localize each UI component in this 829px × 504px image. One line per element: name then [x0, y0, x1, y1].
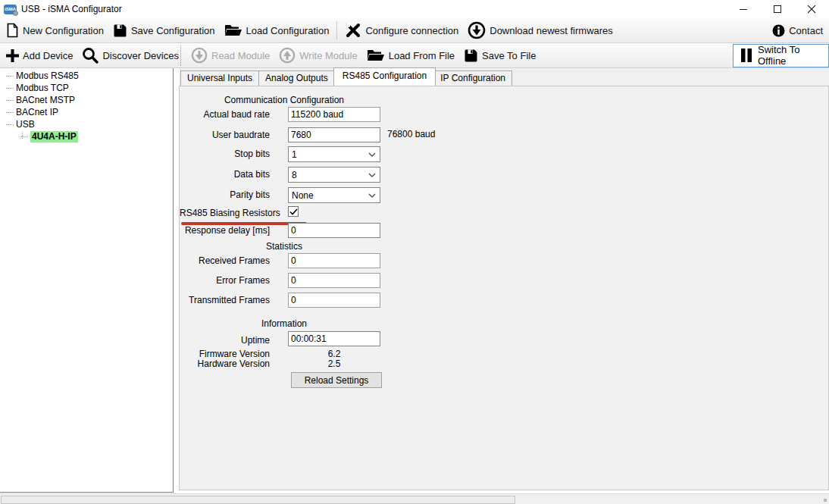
error-frames-field[interactable] [288, 273, 380, 288]
response-delay-field[interactable] [288, 223, 380, 238]
tree-item-label: BACnet IP [16, 107, 58, 118]
tree-item-label: USB [16, 119, 35, 130]
window-controls [727, 0, 829, 18]
tree-item-usb[interactable]: USB [0, 118, 173, 130]
save-floppy-icon [113, 23, 127, 38]
open-folder-icon [224, 23, 242, 37]
actual-baud-rate-field[interactable] [288, 107, 380, 122]
download-firmwares-button[interactable]: Download newest firmwares [463, 18, 618, 42]
maximize-button[interactable] [761, 0, 795, 18]
configure-connection-button[interactable]: Configure connection [340, 18, 463, 42]
tab-ip-configuration[interactable]: IP Configuration [433, 70, 512, 86]
user-baudrate-hint: 76800 baud [387, 129, 435, 139]
rs485-configuration-panel: Communication Configuration Actual baud … [179, 86, 829, 490]
read-module-label: Read Module [211, 50, 270, 61]
tree-line [6, 124, 14, 125]
contact-label: Contact [789, 25, 823, 36]
resize-grip[interactable] [824, 499, 827, 502]
tree-item-bacnet-ip[interactable]: BACnet IP [0, 106, 173, 118]
download-circle-icon [468, 21, 486, 39]
parity-bits-value: None [292, 190, 314, 201]
parity-bits-label: Parity bits [180, 189, 270, 200]
chevron-down-icon [368, 193, 376, 198]
save-to-file-button[interactable]: Save To File [459, 43, 540, 67]
close-button[interactable] [795, 0, 829, 18]
info-circle-icon [772, 24, 785, 37]
tree-line [6, 76, 14, 77]
switch-to-offline-label: Switch To Offline [758, 44, 828, 67]
tree-item-label: Modbus TCP [16, 83, 69, 94]
search-icon [82, 47, 99, 64]
title-bar: iSMA USB - iSMA Configurator [0, 0, 829, 18]
minimize-button[interactable] [727, 0, 761, 18]
new-configuration-label: New Configuration [23, 25, 104, 36]
tree-item-modbus-rs485[interactable]: Modbus RS485 [0, 70, 173, 82]
uptime-label: Uptime [180, 335, 270, 346]
configure-connection-label: Configure connection [365, 25, 458, 36]
new-configuration-button[interactable]: New Configuration [2, 18, 108, 42]
user-baudrate-label: User baudrate [180, 130, 270, 140]
actual-baud-rate-label: Actual baud rate [180, 109, 270, 120]
tree-item-label: Modbus RS485 [16, 70, 79, 82]
read-module-button: Read Module [186, 43, 274, 67]
save-configuration-button[interactable]: Save Configuration [108, 18, 220, 42]
discover-devices-button[interactable]: Discover Devices [77, 43, 183, 67]
device-toolbar: Add Device Discover Devices Read Module … [0, 43, 829, 68]
statistics-heading: Statistics [180, 241, 389, 252]
status-bar-panel [1, 496, 515, 504]
load-configuration-label: Load Configuration [246, 25, 330, 36]
firmware-version-value: 6.2 [288, 349, 380, 359]
isma-app-icon: iSMA [4, 5, 17, 14]
stop-bits-select[interactable]: 1 [288, 146, 380, 162]
maximize-icon [774, 5, 782, 14]
tree-item-modbus-tcp[interactable]: Modbus TCP [0, 82, 173, 94]
chevron-down-icon [368, 173, 376, 177]
tree-connector-line [22, 132, 23, 139]
tools-icon [345, 22, 361, 39]
rs485-biasing-checkbox[interactable] [288, 206, 299, 217]
tab-analog-outputs[interactable]: Analog Outputs [258, 70, 335, 86]
add-device-button[interactable]: Add Device [2, 43, 77, 67]
new-document-icon [6, 23, 19, 38]
tab-rs485-configuration[interactable]: RS485 Configuration [333, 67, 436, 86]
transmitted-frames-field[interactable] [288, 293, 380, 308]
received-frames-field[interactable] [288, 253, 380, 268]
parity-bits-select[interactable]: None [288, 187, 380, 203]
uptime-field[interactable] [288, 331, 380, 346]
reload-settings-button[interactable]: Reload Settings [291, 372, 382, 388]
minimize-icon [740, 5, 748, 14]
tree-line [6, 88, 14, 89]
transmitted-frames-label: Transmitted Frames [180, 295, 270, 305]
toolbar-separator [336, 21, 337, 39]
tree-item-bacnet-mstp[interactable]: BACnet MSTP [0, 94, 173, 106]
stop-bits-value: 1 [292, 149, 297, 160]
data-bits-value: 8 [292, 170, 297, 180]
data-bits-select[interactable]: 8 [288, 167, 380, 183]
open-folder-icon [367, 49, 385, 62]
write-module-button: Write Module [274, 43, 361, 67]
tree-item-4u4a-h-ip-selected[interactable]: 4U4A-H-IP [0, 130, 173, 142]
response-delay-label: Response delay [ms] [180, 225, 270, 236]
error-frames-label: Error Frames [180, 275, 270, 286]
firmware-version-label: Firmware Version [180, 349, 270, 359]
tree-line [6, 100, 14, 101]
tab-universal-inputs[interactable]: Universal Inputs [180, 70, 259, 86]
hardware-version-value: 2.5 [288, 358, 380, 369]
load-from-file-button[interactable]: Load From File [362, 43, 459, 67]
tab-bar: Universal Inputs Analog Outputs RS485 Co… [180, 68, 512, 86]
communication-configuration-heading: Communication Configuration [180, 95, 389, 105]
load-configuration-button[interactable]: Load Configuration [220, 18, 334, 42]
user-baudrate-field[interactable] [288, 127, 380, 142]
tree-line [6, 112, 14, 113]
write-module-label: Write Module [299, 50, 357, 61]
tree-line [20, 136, 28, 137]
rs485-biasing-resistors-label: RS485 Biasing Resistors [180, 208, 270, 218]
app-window: iSMA USB - iSMA Configurator New Configu… [0, 0, 829, 504]
save-floppy-icon [464, 49, 478, 63]
pause-icon [740, 49, 752, 62]
toolbar-dotted-separator [180, 45, 182, 66]
contact-button[interactable]: Contact [768, 18, 827, 42]
selected-device-label: 4U4A-H-IP [30, 131, 78, 142]
add-device-label: Add Device [23, 50, 73, 61]
switch-to-offline-button[interactable]: Switch To Offline [733, 44, 829, 67]
